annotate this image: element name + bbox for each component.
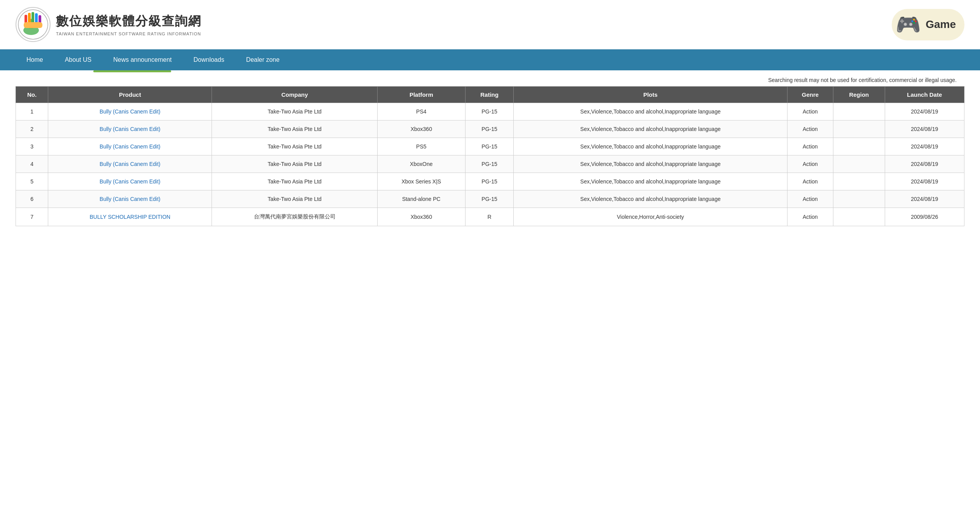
cell-product[interactable]: BULLY SCHOLARSHIP EDITION: [48, 208, 212, 226]
nav-item[interactable]: Downloads: [182, 49, 235, 70]
table-header-cell: Launch Date: [885, 87, 964, 103]
cell-genre: Action: [787, 173, 833, 190]
table-row: 3Bully (Canis Canem Edit)Take-Two Asia P…: [16, 138, 964, 155]
table-row: 2Bully (Canis Canem Edit)Take-Two Asia P…: [16, 120, 964, 138]
cell-company: Take-Two Asia Pte Ltd: [212, 155, 377, 173]
cell-no: 5: [16, 173, 48, 190]
table-header-cell: Rating: [465, 87, 514, 103]
cell-rating: PG-15: [465, 138, 514, 155]
cell-platform: XboxOne: [377, 155, 465, 173]
header: 數位娛樂軟體分級查詢網 TAIWAN ENTERTAINMENT SOFTWAR…: [0, 0, 980, 49]
cell-plots: Sex,Violence,Tobacco and alcohol,Inappro…: [514, 103, 787, 120]
table-row: 7BULLY SCHOLARSHIP EDITION台灣萬代南夢宮娛樂股份有限公…: [16, 208, 964, 226]
nav-link[interactable]: Downloads: [182, 49, 235, 70]
nav-link[interactable]: Home: [16, 49, 54, 70]
cell-product[interactable]: Bully (Canis Canem Edit): [48, 190, 212, 208]
cell-genre: Action: [787, 138, 833, 155]
cell-rating: PG-15: [465, 155, 514, 173]
cell-product[interactable]: Bully (Canis Canem Edit): [48, 103, 212, 120]
cell-plots: Sex,Violence,Tobacco and alcohol,Inappro…: [514, 155, 787, 173]
cell-region: [833, 173, 885, 190]
cell-platform: PS5: [377, 138, 465, 155]
cell-company: Take-Two Asia Pte Ltd: [212, 190, 377, 208]
svg-rect-6: [24, 22, 42, 28]
cell-no: 3: [16, 138, 48, 155]
cell-product[interactable]: Bully (Canis Canem Edit): [48, 138, 212, 155]
game-badge: 🎮 Game: [892, 9, 964, 40]
cell-launch_date: 2024/08/19: [885, 190, 964, 208]
cell-region: [833, 155, 885, 173]
product-link[interactable]: BULLY SCHOLARSHIP EDITION: [89, 214, 170, 220]
product-link[interactable]: Bully (Canis Canem Edit): [100, 108, 160, 115]
cell-launch_date: 2024/08/19: [885, 120, 964, 138]
table-header-cell: Product: [48, 87, 212, 103]
cell-no: 7: [16, 208, 48, 226]
logo-icon: [16, 7, 51, 42]
cell-platform: Xbox360: [377, 208, 465, 226]
cell-platform: PS4: [377, 103, 465, 120]
nav-item[interactable]: Dealer zone: [235, 49, 290, 70]
cell-genre: Action: [787, 120, 833, 138]
table-row: 5Bully (Canis Canem Edit)Take-Two Asia P…: [16, 173, 964, 190]
cell-product[interactable]: Bully (Canis Canem Edit): [48, 173, 212, 190]
results-table: No.ProductCompanyPlatformRatingPlotsGenr…: [16, 86, 964, 226]
cell-plots: Sex,Violence,Tobacco and alcohol,Inappro…: [514, 120, 787, 138]
svg-rect-5: [38, 15, 41, 23]
results-table-wrapper: No.ProductCompanyPlatformRatingPlotsGenr…: [0, 86, 980, 242]
cell-region: [833, 190, 885, 208]
table-header-cell: Genre: [787, 87, 833, 103]
table-row: 6Bully (Canis Canem Edit)Take-Two Asia P…: [16, 190, 964, 208]
cell-company: Take-Two Asia Pte Ltd: [212, 138, 377, 155]
product-link[interactable]: Bully (Canis Canem Edit): [100, 161, 160, 167]
cell-platform: Xbox360: [377, 120, 465, 138]
table-header-cell: No.: [16, 87, 48, 103]
logo-title: 數位娛樂軟體分級查詢網: [56, 13, 201, 30]
table-header-cell: Platform: [377, 87, 465, 103]
search-notice: Searching result may not be used for cer…: [0, 72, 980, 86]
gamepad-icon: 🎮: [896, 13, 921, 37]
cell-region: [833, 138, 885, 155]
svg-rect-1: [24, 15, 27, 23]
product-link[interactable]: Bully (Canis Canem Edit): [100, 143, 160, 150]
table-header-cell: Region: [833, 87, 885, 103]
cell-rating: PG-15: [465, 173, 514, 190]
nav-item[interactable]: News announcement: [102, 49, 182, 70]
cell-launch_date: 2024/08/19: [885, 155, 964, 173]
product-link[interactable]: Bully (Canis Canem Edit): [100, 126, 160, 132]
cell-product[interactable]: Bully (Canis Canem Edit): [48, 155, 212, 173]
cell-rating: PG-15: [465, 120, 514, 138]
nav-link[interactable]: Dealer zone: [235, 49, 290, 70]
cell-plots: Sex,Violence,Tobacco and alcohol,Inappro…: [514, 173, 787, 190]
cell-no: 1: [16, 103, 48, 120]
cell-platform: Stand-alone PC: [377, 190, 465, 208]
table-row: 4Bully (Canis Canem Edit)Take-Two Asia P…: [16, 155, 964, 173]
cell-launch_date: 2024/08/19: [885, 138, 964, 155]
cell-region: [833, 208, 885, 226]
cell-genre: Action: [787, 155, 833, 173]
nav-item[interactable]: Home: [16, 49, 54, 70]
cell-product[interactable]: Bully (Canis Canem Edit): [48, 120, 212, 138]
product-link[interactable]: Bully (Canis Canem Edit): [100, 196, 160, 202]
nav-link[interactable]: About US: [54, 49, 102, 70]
cell-region: [833, 120, 885, 138]
cell-no: 2: [16, 120, 48, 138]
cell-no: 4: [16, 155, 48, 173]
svg-rect-2: [28, 13, 31, 23]
cell-rating: R: [465, 208, 514, 226]
nav-link[interactable]: News announcement: [102, 49, 182, 70]
cell-platform: Xbox Series X|S: [377, 173, 465, 190]
cell-company: Take-Two Asia Pte Ltd: [212, 120, 377, 138]
cell-genre: Action: [787, 190, 833, 208]
product-link[interactable]: Bully (Canis Canem Edit): [100, 178, 160, 185]
cell-rating: PG-15: [465, 190, 514, 208]
cell-launch_date: 2009/08/26: [885, 208, 964, 226]
table-header-cell: Company: [212, 87, 377, 103]
cell-genre: Action: [787, 103, 833, 120]
cell-company: 台灣萬代南夢宮娛樂股份有限公司: [212, 208, 377, 226]
cell-launch_date: 2024/08/19: [885, 103, 964, 120]
cell-no: 6: [16, 190, 48, 208]
nav-item[interactable]: About US: [54, 49, 102, 70]
table-header-cell: Plots: [514, 87, 787, 103]
main-nav: HomeAbout USNews announcementDownloadsDe…: [0, 49, 980, 70]
cell-rating: PG-15: [465, 103, 514, 120]
